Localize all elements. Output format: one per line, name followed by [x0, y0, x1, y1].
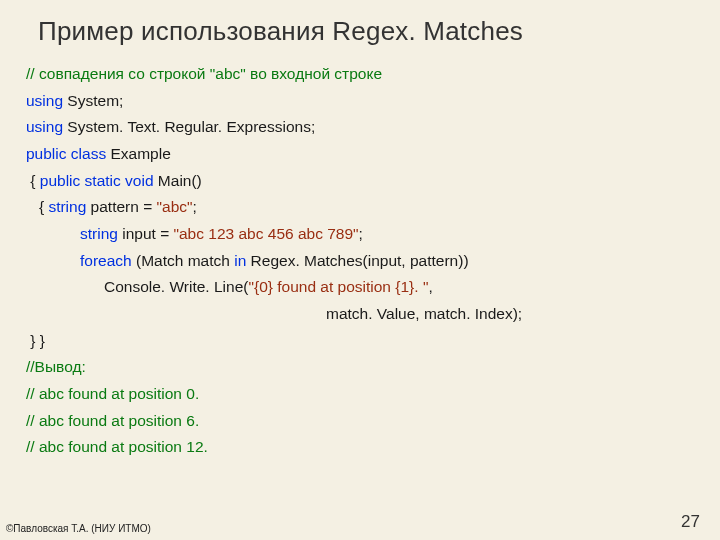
- code-line: Console. Write. Line("{0} found at posit…: [26, 274, 694, 301]
- slide-title: Пример использования Regex. Matches: [38, 16, 694, 47]
- slide: Пример использования Regex. Matches // с…: [0, 0, 720, 461]
- code-line: // abc found at position 12.: [26, 434, 694, 461]
- code-line: match. Value, match. Index);: [26, 301, 694, 328]
- code-line: } }: [26, 328, 694, 355]
- code-line: using System. Text. Regular. Expressions…: [26, 114, 694, 141]
- page-number: 27: [681, 512, 700, 532]
- code-line: { string pattern = "abc";: [26, 194, 694, 221]
- code-line: string input = "abc 123 abc 456 abc 789"…: [26, 221, 694, 248]
- code-line: // совпадения со строкой "abc" во входно…: [26, 61, 694, 88]
- code-block: // совпадения со строкой "abc" во входно…: [26, 61, 694, 461]
- code-line: foreach (Match match in Regex. Matches(i…: [26, 248, 694, 275]
- code-line: //Вывод:: [26, 354, 694, 381]
- code-line: // abc found at position 6.: [26, 408, 694, 435]
- code-line: { public static void Main(): [26, 168, 694, 195]
- code-line: public class Example: [26, 141, 694, 168]
- code-line: // abc found at position 0.: [26, 381, 694, 408]
- code-line: using System;: [26, 88, 694, 115]
- copyright: ©Павловская Т.А. (НИУ ИТМО): [6, 523, 151, 534]
